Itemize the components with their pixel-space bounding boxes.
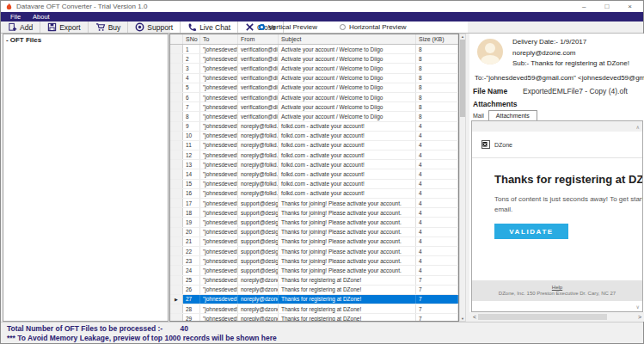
cell-size: 4 [416,228,458,236]
cell-from: verification@diig... [238,54,279,63]
table-row[interactable]: 26"johnesdeved59...noreply@dzone...Thank… [170,286,458,295]
menu-file[interactable]: File [10,13,21,21]
preview-horizontal-scrollbar[interactable]: < > [469,312,644,322]
cell-subject: Activate your account / Welcome to Diigo [279,74,416,83]
tab-mail[interactable]: Mail [470,113,488,120]
cell-no: 5 [183,83,200,92]
help-link[interactable]: Help [552,285,562,290]
horizontal-preview-label: Horizontal Preview [349,23,407,31]
cell-from: verification@diig... [238,112,279,120]
footer-address: DZone, Inc. 150 Preston Executive Dr. Ca… [472,291,642,296]
tree-root-oft-files[interactable]: - OFT Files [3,34,168,46]
validate-button[interactable]: VALIDATE [494,224,568,239]
cell-no: 15 [183,180,200,188]
cell-size: 8 [416,64,458,72]
cell-no: 11 [183,141,200,150]
cell-from: verification@diig... [238,45,279,53]
cell-from: support@designfl... [238,199,279,207]
toolbar: Add Export Buy Support [1,22,643,34]
cell-size: 8 [416,112,458,120]
cell-marker [170,169,183,178]
table-vertical-scrollbar[interactable]: ▲ ▼ [459,34,466,322]
scroll-left-icon[interactable]: < [473,314,476,320]
cell-marker [170,180,183,188]
chevron-up-icon[interactable]: ∧ [636,124,640,130]
hscrollbar-thumb[interactable] [478,314,607,320]
table-row[interactable]: 15"johnesdeved59...noreply@folkd.comfolk… [170,180,458,189]
minimize-icon[interactable]: – [582,3,586,10]
cell-marker [170,266,183,274]
scroll-right-icon[interactable]: > [638,314,641,320]
table-row[interactable]: 11"johnesdeved59...noreply@folkd.comfolk… [170,141,458,150]
table-row[interactable]: 13"johnesdeved59...noreply@folkd.comfolk… [170,160,458,169]
header-to[interactable]: To [200,34,238,44]
cell-no: 14 [183,169,200,178]
table-row[interactable]: 8"johnesdeved59...verification@diig...Ac… [170,112,458,121]
header-sno[interactable]: SNo [183,34,200,44]
table-row[interactable]: 6"johnesdeved59...verification@diig...Ac… [170,93,458,102]
table-row[interactable]: 2"johnesdeved59...verification@diig...Ac… [170,54,458,64]
table-row[interactable]: 10"johnesdeved59...noreply@folkd.comfolk… [170,132,458,141]
cell-size: 8 [416,54,458,63]
horizontal-preview-radio[interactable]: Horizontal Preview [340,23,407,31]
table-row[interactable]: 1"johnesdeved59...verification@diig...Ac… [170,45,458,54]
table-row[interactable]: 25"johnesdeved59...noreply@dzone...Thank… [170,276,458,286]
cell-to: "johnesdeved59... [200,266,238,274]
buy-button[interactable]: Buy [89,22,129,33]
cell-from: support@designfl... [238,247,279,255]
chevron-down-icon[interactable]: ∨ [636,304,640,310]
table-row[interactable]: 22"johnesdeved59...support@designfl...Th… [170,247,458,256]
cell-no: 2 [183,54,200,63]
close-window-icon[interactable]: × [628,3,632,10]
table-row[interactable]: 4"johnesdeved59...verification@diig...Ac… [170,74,458,83]
table-row[interactable]: 3"johnesdeved59...verification@diig...Ac… [170,64,458,73]
cell-subject: Activate your account / Welcome to Diigo [279,102,416,111]
delivery-date: Delivery Date:- 1/9/2017 [512,38,644,46]
cell-no: 25 [183,276,200,285]
attachment-item[interactable]: DZone [472,132,642,158]
table-row[interactable]: ▶27"johnesdeved59...noreply@dzone...Than… [170,295,458,304]
cell-to: "johnesdeved59... [200,54,238,63]
vertical-preview-radio[interactable]: Vertical Preview [259,23,317,31]
table-row[interactable]: 9"johnesdeved59...noreply@folkd.comfolkd… [170,122,458,132]
scroll-up-icon[interactable]: ▲ [461,34,464,39]
scroll-down-icon[interactable]: ▼ [461,316,464,321]
table-row[interactable]: 16"johnesdeved59...noreply@folkd.comfolk… [170,189,458,199]
table-row[interactable]: 21"johnesdeved59...support@designfl...Th… [170,237,458,247]
scrollbar-thumb[interactable] [460,40,465,117]
cell-size: 7 [416,304,458,313]
table-row[interactable]: 19"johnesdeved59...support@designfl...Th… [170,218,458,227]
cell-no: 17 [183,199,200,207]
table-row[interactable]: 23"johnesdeved59...support@designfl...Th… [170,256,458,266]
preview-mode-options: Vertical Preview Horizontal Preview [259,22,407,33]
table-row[interactable]: 5"johnesdeved59...verification@diig...Ac… [170,83,458,93]
mail-body: Thanks for registering at DZone! Tons of… [472,158,642,280]
table-row[interactable]: 14"johnesdeved59...noreply@folkd.comfolk… [170,169,458,179]
table-row[interactable]: 12"johnesdeved59...noreply@folkd.comfolk… [170,150,458,160]
header-size[interactable]: Size (KB) [416,34,458,44]
live-chat-button[interactable]: Live Chat [181,22,238,33]
cell-no: 9 [183,122,200,131]
cell-marker [170,122,183,131]
table-row[interactable]: 20"johnesdeved59...support@designfl...Th… [170,228,458,237]
table-row[interactable]: 18"johnesdeved59...support@designfl...Th… [170,208,458,218]
maximize-icon[interactable]: □ [604,3,609,10]
menu-about[interactable]: About [33,13,50,21]
window-title: Datavare OFT Converter - Trial Version 1… [16,3,147,10]
header-from[interactable]: From [238,34,279,44]
tree-collapse-icon[interactable]: - [6,36,9,44]
table-row[interactable]: 7"johnesdeved59...verification@diig...Ac… [170,102,458,112]
table-row[interactable]: 29"johnesdeved59...noreply@dzone...Thank… [170,314,458,322]
add-button[interactable]: Add [1,22,40,33]
cell-subject: folkd.com - activate your account! [279,180,416,188]
export-button[interactable]: Export [40,22,89,33]
table-row[interactable]: 24"johnesdeved59...support@designfl...Th… [170,266,458,275]
cell-to: "johnesdeved59... [200,83,238,92]
table-row[interactable]: 17"johnesdeved59...support@designfl...Th… [170,199,458,208]
support-button[interactable]: Support [128,22,181,33]
table-row[interactable]: 28"johnesdeved59...noreply@dzone...Thank… [170,304,458,314]
header-subject[interactable]: Subject [279,34,416,44]
tab-attachments[interactable]: Attachments [488,110,537,120]
buy-icon [95,22,106,32]
cell-subject: Activate your account / Welcome to Diigo [279,93,416,101]
